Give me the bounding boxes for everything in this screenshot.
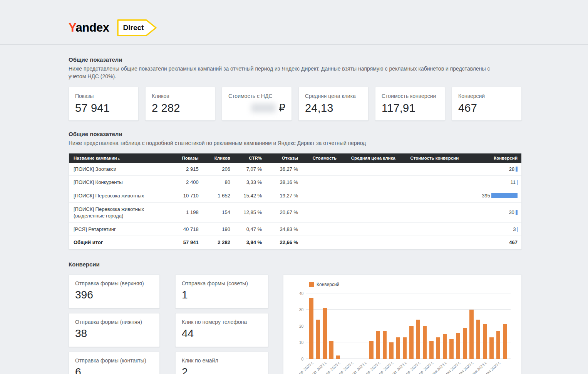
bar[interactable] — [449, 339, 453, 359]
cell-name: [ПОИСК] Перевозка животных — [69, 189, 169, 202]
y-axis-tick-label: 0 — [293, 357, 303, 361]
bar[interactable] — [496, 331, 500, 359]
bar[interactable] — [503, 324, 507, 359]
kpi-card-label: Стоимость с НДС — [228, 93, 285, 99]
dashboard-page: Yandex Direct Общие показатели Ниже пред… — [0, 0, 588, 374]
bar-slot — [462, 293, 468, 359]
bar-slot: 29 апр. 2023 г. — [428, 293, 435, 359]
conversion-card: Отправка формы (нижняя)38 — [69, 313, 160, 347]
report-body: Общие показатели Ниже представлены общие… — [0, 45, 588, 374]
column-header-label: CTR% — [249, 156, 262, 160]
bar[interactable] — [383, 331, 387, 359]
bar-slot: 27 апр. 2023 г. — [415, 293, 421, 359]
bar[interactable] — [389, 342, 393, 359]
cell-cost — [302, 236, 340, 249]
column-header-3[interactable]: CTR% — [234, 153, 266, 163]
bar[interactable] — [396, 337, 400, 359]
chart-legend-swatch-icon — [309, 282, 314, 287]
bar[interactable] — [443, 334, 447, 359]
yandex-direct-logo: Yandex Direct — [69, 19, 588, 36]
cell-ctr: 3,33 % — [234, 176, 266, 189]
bar-slot: 1 мая 2023 г. — [442, 293, 448, 359]
conversions-inline-bar — [516, 167, 518, 172]
bar-slot — [502, 293, 508, 359]
cell-cost — [302, 202, 340, 222]
bar[interactable] — [329, 341, 333, 359]
bar-slot: 13 апр. 2023 г. — [322, 293, 328, 359]
cell-cpa — [399, 163, 463, 176]
column-header-1[interactable]: Показы — [169, 153, 203, 163]
cell-conversions: 467 — [462, 236, 521, 249]
bar[interactable] — [456, 333, 460, 359]
bar[interactable] — [323, 308, 327, 359]
bar[interactable] — [423, 326, 427, 359]
cell-cpc — [340, 222, 399, 236]
conversions-section-title: Конверсии — [69, 261, 522, 268]
bar-slot — [342, 293, 348, 359]
bar[interactable] — [469, 310, 473, 359]
cell-bounces: 34,83 % — [266, 222, 302, 236]
conversion-card-label: Клик по номеру телефона — [182, 319, 262, 325]
yandex-logo: Yandex — [69, 19, 109, 36]
kpi-card: Конверсий467 — [452, 87, 522, 121]
bar[interactable] — [436, 337, 440, 359]
kpi-card-value: 467 — [458, 102, 477, 115]
conversion-card: Отправка формы (советы)1 — [175, 275, 268, 308]
column-header-2[interactable]: Кликов — [203, 153, 234, 163]
column-header-label: Конверсий — [494, 156, 518, 160]
kpi-card-label: Конверсий — [458, 93, 515, 99]
cell-impressions: 1 198 — [169, 202, 203, 222]
kpi-section-description: Ниже представлены общие показатели рекла… — [69, 65, 492, 81]
y-axis-tick-label: 20 — [293, 324, 303, 328]
bar[interactable] — [489, 337, 493, 359]
cell-bounces: 36,27 % — [266, 163, 302, 176]
table-header-row: Название кампании ▴ПоказыКликовCTR%Отказ… — [69, 153, 521, 163]
column-header-0[interactable]: Название кампании ▴ — [69, 153, 169, 163]
bar[interactable] — [409, 326, 413, 359]
conversion-card-value: 2 — [182, 366, 262, 374]
conversion-card-label: Отправка формы (нижняя) — [75, 319, 153, 325]
column-header-6[interactable]: Средняя цена клика — [340, 153, 399, 163]
cell-name: Общий итог — [69, 236, 169, 249]
kpi-card: Показы57 941 — [69, 87, 139, 121]
conversion-card-label: Отправка формы (контакты) — [75, 357, 153, 364]
bar-slot — [382, 293, 388, 359]
bar[interactable] — [403, 337, 407, 359]
currency-symbol: ₽ — [279, 102, 285, 114]
bar[interactable] — [463, 328, 467, 359]
bar[interactable] — [316, 320, 320, 359]
column-header-5[interactable]: Стоимость — [302, 153, 340, 163]
bar[interactable] — [336, 355, 340, 359]
conversion-card-value: 38 — [75, 327, 153, 340]
cell-bounces: 19,27 % — [266, 189, 302, 202]
cell-ctr: 15,42 % — [234, 189, 266, 202]
conversions-value: 3 — [513, 226, 516, 233]
column-header-label: Показы — [182, 156, 199, 160]
bar[interactable] — [376, 331, 380, 359]
cell-clicks: 80 — [203, 176, 234, 189]
bar-slot: 23 апр. 2023 г. — [388, 293, 395, 359]
bar[interactable] — [309, 298, 313, 359]
bar[interactable] — [429, 341, 433, 359]
table-section: Общие показатели Ниже представлена табли… — [69, 131, 522, 249]
bar-slot — [315, 293, 321, 359]
column-header-8[interactable]: Конверсий — [462, 153, 521, 163]
conversion-card-grid: Отправка формы (верхняя)396Отправка форм… — [69, 275, 268, 374]
column-header-label: Кликов — [214, 156, 230, 160]
kpi-card-label: Кликов — [152, 93, 209, 99]
bar[interactable] — [476, 320, 480, 359]
conversions-inline-bar — [517, 180, 518, 185]
kpi-card-row: Показы57 941Кликов2 282Стоимость с НДС₽С… — [69, 87, 522, 121]
bar[interactable] — [416, 320, 420, 359]
conversion-card: Отправка формы (контакты)6 — [69, 352, 160, 374]
bar[interactable] — [369, 341, 373, 359]
table-row: [ПОИСК] Зоотакси2 9152067,07 %36,27 %28 — [69, 163, 521, 176]
conversions-cell-content: 3 — [466, 226, 518, 233]
bar[interactable] — [483, 324, 487, 359]
cell-conversions: 28 — [462, 163, 521, 176]
redacted-value-blob — [251, 103, 276, 113]
column-header-7[interactable]: Стоимость конверсии — [399, 153, 463, 163]
conversion-card-value: 396 — [75, 289, 153, 301]
column-header-4[interactable]: Отказы — [266, 153, 302, 163]
conversions-layout: Отправка формы (верхняя)396Отправка форм… — [69, 275, 522, 374]
